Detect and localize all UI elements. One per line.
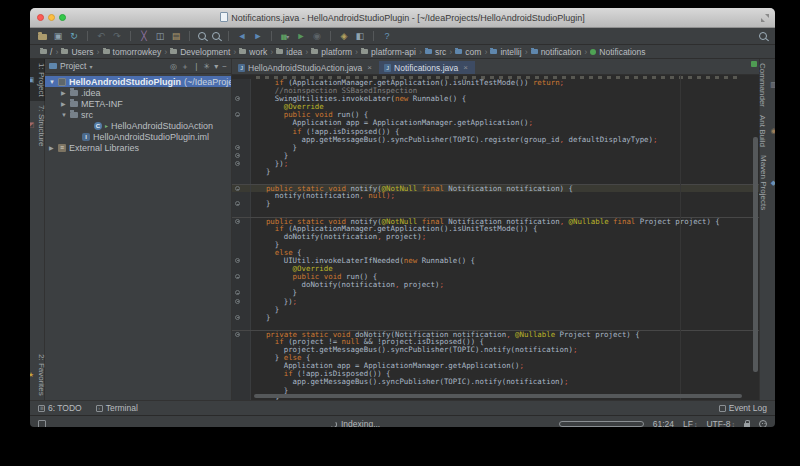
tool-tab-structure[interactable]: 7: Structure◩	[30, 101, 46, 150]
fold-marker-icon[interactable]	[235, 161, 240, 166]
breadcrumb-tomorrowkey[interactable]: tomorrowkey	[101, 47, 164, 57]
gutter[interactable]	[232, 111, 251, 119]
chevron-expanded-icon[interactable]: ▼	[61, 112, 67, 118]
save-all-icon[interactable]: ▣	[53, 31, 63, 41]
gutter[interactable]	[232, 338, 251, 346]
line-separator-selector[interactable]: LF↕	[683, 419, 697, 427]
breadcrumb-intellij[interactable]: intellij	[488, 47, 523, 57]
chevron-expanded-icon[interactable]: ▼	[49, 79, 55, 85]
fullscreen-icon[interactable]	[761, 14, 769, 22]
cut-icon[interactable]: ╳	[139, 31, 149, 41]
settings-icon[interactable]: ◈	[339, 31, 349, 41]
fold-marker-icon[interactable]	[235, 186, 240, 191]
gutter[interactable]	[232, 144, 251, 152]
gutter[interactable]	[232, 346, 251, 354]
breadcrumb-development[interactable]: Development	[168, 47, 232, 57]
synchronize-icon[interactable]: ↻	[69, 31, 79, 41]
back-icon[interactable]: ◄	[237, 31, 247, 41]
gear-caret[interactable]: ▾	[214, 62, 218, 71]
chevron-collapsed-icon[interactable]: ▶	[49, 144, 55, 151]
breadcrumb-notification[interactable]: notification	[529, 47, 584, 57]
run-icon[interactable]: ►	[296, 31, 306, 41]
gutter[interactable]	[232, 281, 251, 289]
gear-icon[interactable]: ✳	[204, 62, 211, 71]
fold-marker-icon[interactable]	[235, 315, 240, 320]
gutter[interactable]	[232, 289, 251, 297]
gutter[interactable]	[232, 362, 251, 370]
chevron-down-icon[interactable]: ▾	[89, 63, 92, 70]
gutter[interactable]	[232, 136, 251, 144]
search-everywhere-icon[interactable]	[759, 32, 767, 40]
fold-marker-icon[interactable]	[235, 258, 240, 263]
tool-tab-favorites[interactable]: 2: Favorites★	[30, 350, 46, 400]
titlebar[interactable]: Notifications.java - HelloAndroidStudioP…	[30, 8, 775, 28]
gutter[interactable]	[232, 176, 251, 184]
run-configuration-selector[interactable]: ▮▮▾	[280, 31, 290, 42]
gutter[interactable]	[232, 257, 251, 265]
gutter[interactable]	[232, 87, 251, 95]
find-icon[interactable]	[198, 32, 206, 40]
tree-row-helloandroidstudioplugin[interactable]: ▼HelloAndroidStudioPlugin (~/IdeaProject…	[45, 76, 231, 87]
forward-icon[interactable]: ►	[253, 31, 263, 41]
profile-icon[interactable]: ◉	[312, 31, 322, 41]
fold-marker-icon[interactable]	[235, 201, 240, 206]
gutter[interactable]	[232, 119, 251, 127]
gutter[interactable]	[232, 322, 251, 330]
breadcrumb-users[interactable]: Users	[59, 47, 95, 57]
gutter[interactable]	[232, 168, 251, 176]
replace-icon[interactable]	[212, 32, 220, 40]
gutter[interactable]	[232, 331, 251, 338]
fold-marker-icon[interactable]	[235, 219, 240, 224]
tool-tab-ant-build[interactable]: ◉Ant Build	[758, 111, 775, 151]
breadcrumb-src[interactable]: src	[423, 47, 448, 57]
inspection-status-icon[interactable]	[751, 61, 757, 67]
gutter[interactable]	[232, 185, 251, 192]
editor[interactable]: JHelloAndroidStudioAction.java×JNotifica…	[232, 59, 759, 400]
tree-row-helloandroidstudiopluginiml[interactable]: IHelloAndroidStudioPlugin.iml	[45, 131, 231, 142]
fold-marker-icon[interactable]	[235, 290, 240, 295]
paste-icon[interactable]: ▤	[171, 31, 181, 41]
fold-marker-icon[interactable]	[235, 96, 240, 101]
breadcrumb-[interactable]: /	[38, 47, 54, 57]
lock-icon[interactable]	[744, 423, 750, 427]
breadcrumb-work[interactable]: work	[237, 47, 269, 57]
tool-tab-event-log[interactable]: Event Log	[719, 403, 767, 413]
fold-marker-icon[interactable]	[235, 274, 240, 279]
caret-position[interactable]: 61:24	[653, 419, 674, 427]
gutter[interactable]	[232, 354, 251, 362]
gutter[interactable]	[232, 306, 251, 314]
project-tree[interactable]: ▼HelloAndroidStudioPlugin (~/IdeaProject…	[45, 74, 231, 153]
collapse-all-icon[interactable]: ＋	[181, 61, 189, 72]
breadcrumb-platform[interactable]: platform	[309, 47, 354, 57]
gutter[interactable]	[232, 200, 251, 208]
redo-icon[interactable]: ↷	[112, 31, 122, 41]
gutter[interactable]	[232, 192, 251, 200]
gutter[interactable]	[232, 225, 251, 233]
tool-tab-project[interactable]: 1: Project▣	[30, 59, 46, 101]
tool-tab-maven-projects[interactable]: ◆Maven Projects	[759, 151, 775, 214]
locate-icon[interactable]: ◎	[170, 62, 177, 71]
gutter[interactable]	[232, 314, 251, 322]
fold-marker-icon[interactable]	[235, 112, 240, 117]
breadcrumb-platformapi[interactable]: platform-api	[359, 47, 418, 57]
fold-marker-icon[interactable]	[235, 153, 240, 158]
gutter[interactable]	[232, 233, 251, 241]
tree-row-externallibraries[interactable]: ▶≡External Libraries	[45, 142, 231, 153]
chevron-collapsed-icon[interactable]: ▶	[61, 100, 67, 107]
close-tab-icon[interactable]: ×	[367, 63, 372, 72]
gutter[interactable]	[232, 128, 251, 136]
gutter[interactable]	[232, 79, 251, 87]
horizontal-scrollbar[interactable]	[254, 394, 742, 398]
tree-row-idea[interactable]: ▶.idea	[45, 87, 231, 98]
breadcrumb-idea[interactable]: idea	[274, 47, 304, 57]
tree-row-src[interactable]: ▼src	[45, 109, 231, 120]
chevron-collapsed-icon[interactable]: ▶	[61, 89, 67, 96]
tab-notifications[interactable]: JNotifications.java×	[379, 61, 475, 74]
close-tab-icon[interactable]: ×	[463, 63, 468, 72]
toolwindow-switcher-icon[interactable]	[38, 420, 46, 427]
code-area[interactable]: if (ApplicationManager.getApplication().…	[232, 75, 759, 400]
breadcrumb-notifications[interactable]: Notifications	[588, 47, 647, 57]
gutter[interactable]	[232, 370, 251, 378]
gutter[interactable]	[232, 209, 251, 217]
fold-marker-icon[interactable]	[235, 332, 240, 337]
